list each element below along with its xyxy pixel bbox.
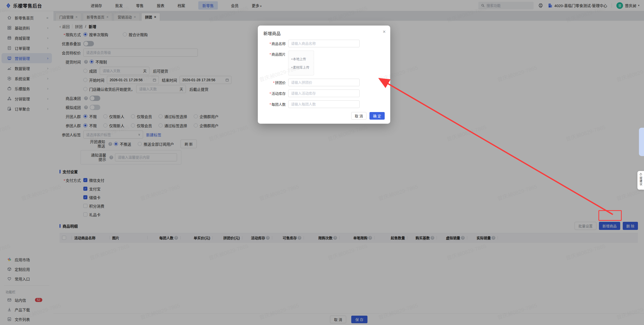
modal-buttons: 取 消 确 定 bbox=[263, 112, 385, 120]
field-label: 拼团价 bbox=[263, 80, 286, 85]
activity-stock-input[interactable] bbox=[288, 90, 360, 97]
modal-row-activity-stock: 活动库存 bbox=[263, 90, 385, 97]
field-label: 商品名称 bbox=[263, 41, 286, 46]
people-count-input[interactable] bbox=[288, 100, 360, 108]
group-price-input[interactable] bbox=[288, 79, 360, 86]
plus-icon: + bbox=[291, 57, 293, 61]
field-label: 每团人数 bbox=[263, 102, 286, 107]
modal-title: 新增商品 bbox=[263, 30, 385, 36]
modal-row-name: 商品名称 bbox=[263, 40, 385, 47]
thumbs-up-icon bbox=[639, 172, 642, 176]
app-root: 乐檬零售后台 进销存 批发 零售 报表 档案 新零售 会员 更多▾ 4020-喜… bbox=[0, 0, 644, 325]
upload-local-button[interactable]: +本地上传 bbox=[291, 56, 314, 61]
feedback-tab[interactable]: 提建议 bbox=[637, 171, 644, 190]
modal-row-people-count: 每团人数 bbox=[263, 100, 385, 108]
add-product-modal: 新增商品 × 商品名称 商品图片 +本地上传 +素材库上传 拼团价 活动库存 每… bbox=[258, 26, 390, 124]
feedback-label: 提建议 bbox=[639, 177, 643, 186]
image-upload-box: +本地上传 +素材库上传 bbox=[288, 51, 314, 75]
close-icon[interactable]: × bbox=[383, 29, 386, 34]
product-name-input[interactable] bbox=[288, 40, 360, 47]
modal-row-group-price: 拼团价 bbox=[263, 79, 385, 86]
modal-row-image: 商品图片 +本地上传 +素材库上传 bbox=[263, 51, 385, 75]
plus-icon: + bbox=[291, 66, 293, 69]
modal-confirm-button[interactable]: 确 定 bbox=[369, 112, 385, 120]
upload-library-button[interactable]: +素材库上传 bbox=[291, 65, 314, 70]
modal-cancel-button[interactable]: 取 消 bbox=[351, 112, 366, 120]
field-label: 活动库存 bbox=[263, 91, 286, 96]
field-label: 商品图片 bbox=[263, 51, 286, 57]
side-panel-handle[interactable] bbox=[639, 128, 644, 156]
